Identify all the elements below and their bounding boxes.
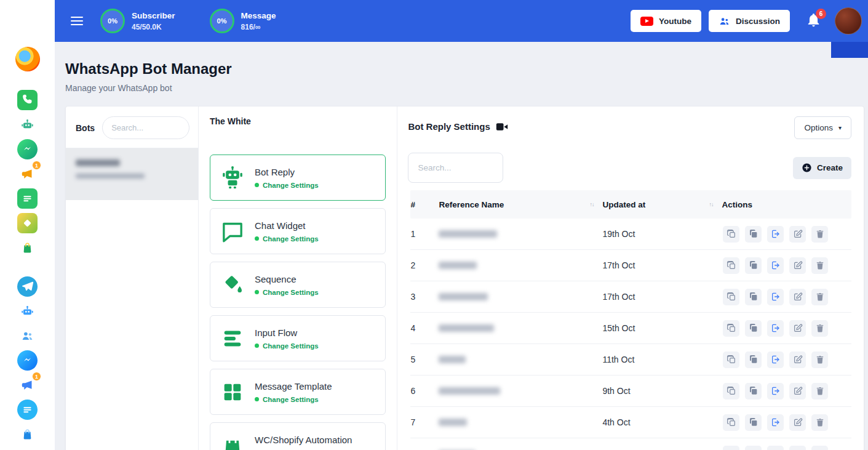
clone-button[interactable] xyxy=(745,257,762,274)
delete-button[interactable] xyxy=(811,226,828,243)
setting-card-wc-shopify[interactable]: WC/Shopify Automation Change Settings xyxy=(210,422,386,450)
row-number: 1 xyxy=(410,229,439,239)
copy-button[interactable] xyxy=(723,446,739,450)
delete-button[interactable] xyxy=(811,352,828,368)
clone-button[interactable] xyxy=(745,352,762,368)
user-avatar[interactable] xyxy=(835,7,862,34)
setting-card-bot-reply[interactable]: Bot Reply Change Settings xyxy=(210,155,386,201)
delete-button[interactable] xyxy=(811,257,828,274)
export-button[interactable] xyxy=(767,414,784,431)
row-reference-name xyxy=(439,387,602,395)
delete-button[interactable] xyxy=(811,446,828,450)
setting-label: Message Template xyxy=(255,381,332,392)
copy-button[interactable] xyxy=(723,257,739,274)
shop-green-icon[interactable] xyxy=(17,238,38,258)
edit-button[interactable] xyxy=(789,352,806,368)
table-search-input[interactable] xyxy=(408,153,503,183)
clone-button[interactable] xyxy=(745,289,762,305)
setting-card-chat-widget[interactable]: Chat Widget Change Settings xyxy=(210,208,386,254)
export-button[interactable] xyxy=(767,383,784,400)
reference-name-redacted xyxy=(439,230,497,238)
bot-green-icon[interactable] xyxy=(17,115,38,135)
clone-button[interactable] xyxy=(745,414,762,431)
delete-button[interactable] xyxy=(811,414,828,431)
options-button[interactable]: Options ▾ xyxy=(794,116,851,139)
delete-button[interactable] xyxy=(811,383,828,400)
messenger-blue-icon[interactable] xyxy=(17,350,38,371)
change-settings-link[interactable]: Change Settings xyxy=(263,235,319,243)
delete-button[interactable] xyxy=(811,289,828,305)
shop-blue-icon[interactable] xyxy=(17,424,38,444)
clone-button[interactable] xyxy=(745,226,762,243)
broadcast-blue-icon[interactable]: 1 xyxy=(17,375,38,395)
setting-card-sequence[interactable]: Sequence Change Settings xyxy=(210,262,386,308)
menu-toggle-icon[interactable] xyxy=(71,17,83,26)
sidebar-whatsapp-group: 1 xyxy=(17,90,38,258)
edit-button[interactable] xyxy=(789,414,806,431)
bot-name-redacted xyxy=(76,159,120,166)
bot-blue-icon[interactable] xyxy=(17,301,38,321)
delete-button[interactable] xyxy=(811,320,828,337)
bots-search-input[interactable] xyxy=(102,116,189,139)
table-row: 6 9th Oct xyxy=(410,376,851,407)
message-progress-ring: 0% xyxy=(210,9,234,33)
status-dot xyxy=(255,290,259,294)
setting-card-input-flow[interactable]: Input Flow Change Settings xyxy=(210,315,386,361)
setting-card-message-template[interactable]: Message Template Change Settings xyxy=(210,369,386,415)
export-button[interactable] xyxy=(767,257,784,274)
sort-updated-at-icon[interactable]: ↑↓ xyxy=(709,201,713,207)
clone-button[interactable] xyxy=(745,383,762,400)
row-actions xyxy=(722,226,851,243)
table-row: 3 17th Oct xyxy=(410,281,851,313)
messenger-green-icon[interactable] xyxy=(17,139,38,159)
copy-icon xyxy=(727,386,736,396)
copy-button[interactable] xyxy=(723,226,739,243)
copy-button[interactable] xyxy=(723,352,739,368)
copy-button[interactable] xyxy=(723,289,739,305)
edit-button[interactable] xyxy=(789,383,806,400)
team-blue-icon[interactable] xyxy=(17,326,38,346)
notifications-button[interactable]: 6 xyxy=(806,12,821,30)
edit-button[interactable] xyxy=(789,257,806,274)
copy-button[interactable] xyxy=(723,320,739,337)
row-number: 4 xyxy=(410,323,439,333)
row-updated-at: 15th Oct xyxy=(602,323,722,333)
clone-button[interactable] xyxy=(745,320,762,337)
sort-reference-name-icon[interactable]: ↑↓ xyxy=(589,201,594,207)
bots-panel: Bots xyxy=(66,106,199,450)
bot-list-item[interactable] xyxy=(66,148,198,200)
copy-button[interactable] xyxy=(723,414,739,431)
clone-button[interactable] xyxy=(745,446,762,450)
edit-button[interactable] xyxy=(789,226,806,243)
export-button[interactable] xyxy=(767,320,784,337)
discussion-button[interactable]: Discussion xyxy=(709,10,790,32)
copy-button[interactable] xyxy=(723,383,739,400)
export-button[interactable] xyxy=(767,289,784,305)
col-reference-name: Reference Name ↑↓ xyxy=(439,200,602,209)
page-subtitle: Manage your WhatsApp bot xyxy=(65,83,864,93)
chat-blue-icon[interactable] xyxy=(17,400,38,420)
row-updated-at: 9th Oct xyxy=(602,386,722,396)
integration-icon[interactable] xyxy=(17,213,38,233)
telegram-icon[interactable] xyxy=(17,276,38,297)
edit-button[interactable] xyxy=(789,289,806,305)
broadcast-green-icon[interactable]: 1 xyxy=(17,164,38,184)
video-tutorial-icon[interactable] xyxy=(496,122,508,132)
youtube-button[interactable]: Youtube xyxy=(631,10,701,32)
whatsapp-icon[interactable] xyxy=(17,90,38,110)
row-number: 7 xyxy=(410,417,439,427)
export-button[interactable] xyxy=(767,226,784,243)
change-settings-link[interactable]: Change Settings xyxy=(263,182,319,189)
change-settings-link[interactable]: Change Settings xyxy=(263,342,319,350)
edit-button[interactable] xyxy=(789,446,806,450)
status-dot xyxy=(255,236,259,241)
change-settings-link[interactable]: Change Settings xyxy=(263,289,319,296)
edit-button[interactable] xyxy=(789,320,806,337)
chat-green-icon[interactable] xyxy=(17,188,38,209)
export-button[interactable] xyxy=(767,352,784,368)
browser-logo-icon[interactable] xyxy=(15,47,40,71)
create-button[interactable]: Create xyxy=(793,157,851,179)
change-settings-link[interactable]: Change Settings xyxy=(263,396,319,403)
subscriber-value: 45/50.0K xyxy=(132,23,175,31)
export-button[interactable] xyxy=(767,446,784,450)
